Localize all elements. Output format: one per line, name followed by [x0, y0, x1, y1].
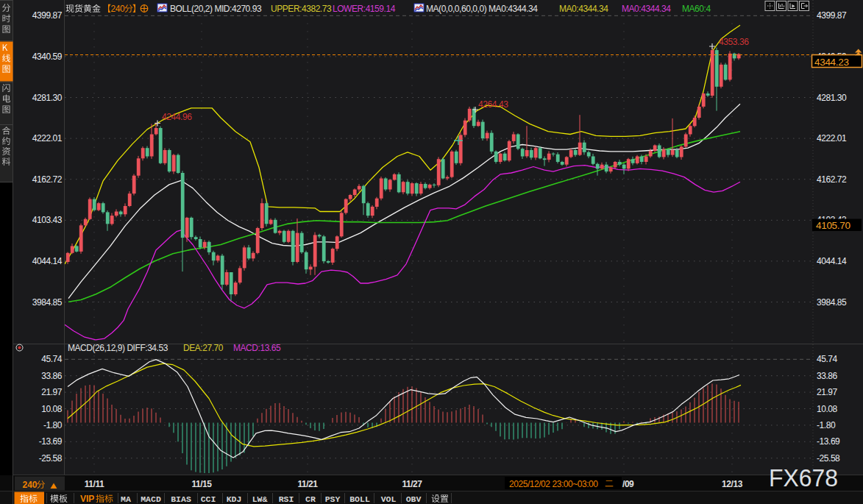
- svg-text:4162.72: 4162.72: [32, 174, 63, 185]
- svg-text:11/27: 11/27: [402, 479, 422, 489]
- svg-text:CCI: CCI: [201, 494, 216, 504]
- svg-text:4044.14: 4044.14: [32, 256, 63, 266]
- svg-text:10.08: 10.08: [41, 404, 63, 414]
- svg-text:PSY: PSY: [325, 494, 341, 504]
- svg-text:33.86: 33.86: [817, 371, 838, 381]
- svg-text:21.97: 21.97: [41, 387, 63, 397]
- svg-text:10.08: 10.08: [817, 404, 838, 414]
- svg-text:4222.01: 4222.01: [817, 133, 847, 143]
- svg-text:11/21: 11/21: [297, 479, 318, 489]
- svg-text:DEA:27.70: DEA:27.70: [183, 343, 224, 353]
- svg-text:VOL: VOL: [381, 494, 397, 504]
- svg-text:4399.87: 4399.87: [32, 10, 63, 21]
- svg-text:12/13: 12/13: [722, 479, 743, 489]
- svg-text:4340.59: 4340.59: [32, 52, 63, 62]
- svg-text:45.74: 45.74: [41, 354, 63, 364]
- svg-text:2025/12/02 23:00~03:00: 2025/12/02 23:00~03:00: [509, 479, 598, 489]
- svg-text:11/11: 11/11: [85, 479, 104, 489]
- svg-text:3984.85: 3984.85: [817, 297, 847, 308]
- svg-text:RSI: RSI: [279, 494, 294, 504]
- svg-text:4044.14: 4044.14: [817, 256, 847, 266]
- svg-text:4264.43: 4264.43: [478, 99, 508, 110]
- svg-text:4244.96: 4244.96: [162, 112, 192, 122]
- svg-text:MA: MA: [121, 494, 131, 504]
- svg-text:4399.87: 4399.87: [817, 10, 847, 21]
- svg-text:MA0:4344.34: MA0:4344.34: [622, 4, 671, 14]
- svg-text:-25.58: -25.58: [817, 453, 840, 464]
- svg-text:BOLL(20,2) MID:4270.93: BOLL(20,2) MID:4270.93: [170, 4, 262, 14]
- svg-text:MACD:13.65: MACD:13.65: [233, 343, 281, 353]
- svg-text:BIAS: BIAS: [171, 494, 191, 504]
- svg-text:4281.30: 4281.30: [817, 93, 847, 103]
- svg-text:MA60:4: MA60:4: [682, 4, 711, 14]
- svg-text:-1.80: -1.80: [817, 420, 836, 430]
- svg-text:4353.36: 4353.36: [719, 37, 749, 47]
- svg-text:OBV: OBV: [406, 494, 422, 504]
- svg-text:UPPER:4382.73: UPPER:4382.73: [271, 4, 332, 14]
- svg-text:-13.69: -13.69: [39, 436, 63, 447]
- svg-text:11/15: 11/15: [191, 479, 212, 489]
- svg-text:LOWER:4159.14: LOWER:4159.14: [333, 4, 396, 14]
- svg-text:4105.70: 4105.70: [816, 220, 850, 231]
- svg-text:240: 240: [111, 4, 125, 14]
- svg-text:BOLL: BOLL: [349, 494, 370, 504]
- svg-text:4162.72: 4162.72: [817, 174, 847, 185]
- svg-text:FX678: FX678: [769, 464, 838, 491]
- svg-text:LW&: LW&: [252, 494, 268, 504]
- svg-text:4103.43: 4103.43: [32, 215, 63, 225]
- svg-text:-1.80: -1.80: [43, 420, 63, 430]
- svg-text:33.86: 33.86: [41, 371, 63, 381]
- svg-text:/09: /09: [622, 479, 634, 489]
- svg-text:MACD: MACD: [141, 494, 161, 504]
- svg-text:3984.85: 3984.85: [32, 297, 63, 308]
- svg-text:240: 240: [23, 480, 38, 490]
- svg-text:MACD(26,12,9) DIFF:34.53: MACD(26,12,9) DIFF:34.53: [68, 343, 168, 353]
- svg-text:4222.01: 4222.01: [32, 133, 63, 143]
- svg-text:MA(0,0,0,60,0,0) MA0:4344.34: MA(0,0,0,60,0,0) MA0:4344.34: [426, 4, 538, 14]
- svg-text:4344.23: 4344.23: [814, 57, 849, 68]
- svg-text:4281.30: 4281.30: [32, 93, 63, 103]
- svg-text:CR: CR: [305, 494, 316, 504]
- svg-text:VIP: VIP: [80, 494, 94, 504]
- svg-text:KDJ: KDJ: [227, 494, 242, 504]
- svg-text:-13.69: -13.69: [817, 436, 840, 447]
- svg-text:21.97: 21.97: [817, 387, 838, 397]
- svg-text:45.74: 45.74: [817, 354, 838, 364]
- svg-text:MA0:4344.34: MA0:4344.34: [559, 4, 608, 14]
- svg-text:-25.58: -25.58: [39, 453, 63, 464]
